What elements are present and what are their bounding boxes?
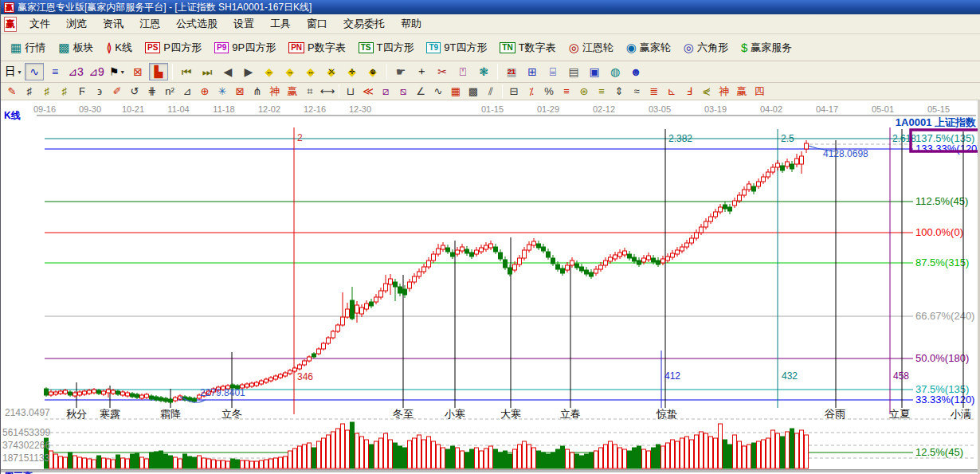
stamp-button[interactable]: ⍞ <box>453 63 472 80</box>
quotes-button[interactable]: ▦行情 <box>4 37 52 59</box>
gold-angle-tool[interactable]: ⋞ <box>698 84 715 99</box>
diamond-plus-button[interactable]: ◆✛ <box>343 63 362 80</box>
gann-wheel-button[interactable]: ◎江恩轮 <box>563 37 620 59</box>
diamond-left-button[interactable]: ◆← <box>260 63 279 80</box>
time-comb-tool[interactable]: ♯ <box>21 84 38 99</box>
span-arrow-tool[interactable]: ⟷ <box>319 84 336 99</box>
menu-item-9[interactable]: 交易委托 <box>335 14 393 33</box>
diamond-cross-button[interactable]: ◆⤫ <box>322 63 341 80</box>
kline-mark-tool[interactable]: ⋔ <box>249 84 266 99</box>
bar9-analysis-button[interactable]: ⊿9 <box>87 63 106 80</box>
network-button[interactable]: ◍ <box>606 63 625 80</box>
quote-list-button[interactable]: ⌸ <box>543 63 563 80</box>
gold-circle-tool[interactable]: ⊛ <box>575 84 593 99</box>
menu-item-2[interactable]: 浏览 <box>58 14 95 33</box>
last-page-button[interactable]: ⏭ <box>198 63 217 80</box>
diamond-lr-button[interactable]: ◆↔ <box>301 63 320 80</box>
dense-comb-tool[interactable]: ⋕ <box>143 84 161 99</box>
diamond-target-button[interactable]: ◆⊕ <box>363 63 382 80</box>
save-button[interactable]: ▣ <box>585 63 604 80</box>
winner-wheel-button[interactable]: ◉赢家轮 <box>620 37 677 59</box>
p-square-button[interactable]: PSP四方形 <box>139 37 208 59</box>
fibo-comb-tool[interactable]: Ϝ <box>73 84 91 99</box>
boxed-x-tool[interactable]: ⊠ <box>231 84 249 99</box>
clipboard-button[interactable]: ≡ <box>45 63 65 80</box>
red-grid-tool[interactable]: ▦ <box>447 84 465 99</box>
winner-service-button[interactable]: $赢家服务 <box>735 37 798 59</box>
sectors-button[interactable]: ▩板块 <box>52 37 100 59</box>
mirror-tool[interactable]: ⊿ <box>178 84 196 99</box>
volume-bar <box>417 435 421 468</box>
cycle-circle-tool[interactable]: ↺ <box>126 84 143 99</box>
boxed-fan2-tool[interactable]: ⧅ <box>394 84 412 99</box>
menu-item-1[interactable]: 文件 <box>22 14 58 33</box>
remote-user-button[interactable]: ☻ <box>626 63 645 80</box>
n2-comb-tool[interactable]: n² <box>161 84 178 99</box>
notes-button[interactable]: ▤ <box>564 63 583 80</box>
kline-chart[interactable]: 09-1609-3010-2111-0411-1812-0212-1612-30… <box>1 100 980 474</box>
snowflake-cycle-tool[interactable]: ✳ <box>214 84 231 99</box>
grid-comb-tool[interactable]: ⌗ <box>301 84 319 99</box>
percent-lines-tool[interactable]: ≡ <box>558 84 575 99</box>
mind-button[interactable]: ❃ <box>474 63 493 80</box>
percent-tool[interactable]: % <box>540 84 558 99</box>
parallel-lines-tool[interactable]: ⫽ <box>482 84 500 99</box>
pattern-box-button[interactable]: ⊠ <box>128 63 147 80</box>
f-angle-tool[interactable]: Ⅎ <box>680 84 698 99</box>
percent-box-tool[interactable]: ⁒ <box>523 84 540 99</box>
shen-angle-tool[interactable]: 神 <box>715 84 733 99</box>
shen-comb-tool[interactable]: 神 <box>266 84 284 99</box>
angle-up-tool[interactable]: ⊾ <box>663 84 680 99</box>
menu-item-10[interactable]: 帮助 <box>393 14 429 33</box>
first-page-button[interactable]: ⏮ <box>177 63 196 80</box>
date-tick-label: 01-29 <box>537 104 559 114</box>
period-day-dropdown[interactable]: 日▼ <box>4 63 23 80</box>
cut-button[interactable]: ✂ <box>433 63 452 80</box>
wave-tool[interactable]: ≈ <box>628 84 645 99</box>
hexagon-button[interactable]: ◎六角形 <box>677 37 735 59</box>
win-comb-tool[interactable]: 赢 <box>284 84 301 99</box>
t-square-button[interactable]: TST四方形 <box>352 37 421 59</box>
box-rule-tool[interactable]: ⊔ <box>342 84 359 99</box>
p-number-table-button[interactable]: PNP数字表 <box>282 37 352 59</box>
t-number-table-button[interactable]: TNT数字表 <box>493 37 562 59</box>
dark-grid-tool[interactable]: ▩ <box>465 84 482 99</box>
gold-comb2-tool[interactable]: ♯ <box>56 84 73 99</box>
crosshair-button[interactable]: ＋ <box>412 63 431 80</box>
menu-item-8[interactable]: 窗口 <box>299 14 335 33</box>
win-angle-tool[interactable]: 赢 <box>733 84 751 99</box>
calendar-button[interactable]: ▦21 <box>502 63 521 80</box>
bar3-analysis-button[interactable]: ⊿3 <box>66 63 85 80</box>
gold-comb-tool[interactable]: ♯ <box>38 84 56 99</box>
angle-pen-tool[interactable]: ✐ <box>108 84 126 99</box>
calculator-button[interactable]: ⊞ <box>523 63 542 80</box>
nine-comb-tool[interactable]: ϶ <box>91 84 108 99</box>
menu-item-7[interactable]: 工具 <box>262 14 299 33</box>
window-menu-icon[interactable]: 赢 <box>4 17 17 32</box>
gold-lines-tool[interactable]: ≡ <box>593 84 610 99</box>
menu-item-4[interactable]: 江恩 <box>131 14 168 33</box>
gann-pen-tool[interactable]: ✎ <box>3 84 21 99</box>
zigzag-tool[interactable]: ∿ <box>429 84 447 99</box>
prev-button[interactable]: ◀ <box>218 63 237 80</box>
menu-item-6[interactable]: 设置 <box>225 14 262 33</box>
color-histogram-button[interactable]: ▙ <box>149 63 168 80</box>
menu-item-5[interactable]: 公式选股 <box>168 14 225 33</box>
freehand-curve-button[interactable]: ∿ <box>25 63 44 80</box>
kline-button[interactable]: ≬K线 <box>100 37 139 59</box>
hand-drag-button[interactable]: ☛ <box>391 63 410 80</box>
price-scale-tool[interactable]: ⊟ <box>505 84 523 99</box>
menu-item-3[interactable]: 资讯 <box>95 14 131 33</box>
boxed-fan-tool[interactable]: ⧄ <box>377 84 394 99</box>
fan-lines-tool[interactable]: ≪ <box>359 84 377 99</box>
four-angle-tool[interactable]: 四 <box>751 84 768 99</box>
compass-tool[interactable]: ⊕ <box>196 84 214 99</box>
next-button[interactable]: ▶ <box>239 63 258 80</box>
flag-dropdown[interactable]: ⚑▼ <box>108 63 127 80</box>
gold-red-lines-tool[interactable]: ≣ <box>645 84 663 99</box>
angle-ray-tool[interactable]: ∠ <box>412 84 429 99</box>
diamond-right-button[interactable]: ◆→ <box>280 63 300 80</box>
p9-square-button[interactable]: P99P四方形 <box>208 37 282 59</box>
updown-mark-tool[interactable]: ⇕ <box>610 84 628 99</box>
t9-square-button[interactable]: T99T四方形 <box>420 37 493 59</box>
